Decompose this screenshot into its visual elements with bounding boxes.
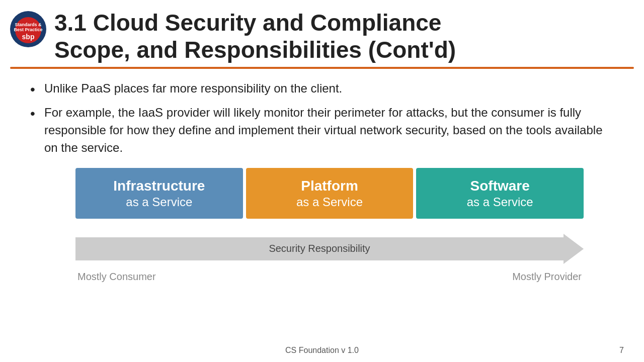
saas-main-label: Software [426, 177, 574, 195]
paas-sub-label: as a Service [256, 195, 404, 210]
diagram-area: Infrastructure as a Service Platform as … [75, 168, 584, 283]
saas-box: Software as a Service [416, 168, 584, 219]
iaas-box: Infrastructure as a Service [75, 168, 243, 219]
arrow-shape: Security Responsibility [75, 234, 584, 264]
bullet-list: Unlike PaaS places far more responsibili… [30, 80, 614, 157]
arrow-head [564, 234, 584, 264]
arrow-label: Security Responsibility [269, 243, 370, 254]
header: Standards & Best Practice sbp 3.1 Cloud … [0, 0, 644, 64]
saas-sub-label: as a Service [426, 195, 574, 210]
slide: Standards & Best Practice sbp 3.1 Cloud … [0, 0, 644, 362]
svg-text:sbp: sbp [22, 33, 35, 41]
content-area: Unlike PaaS places far more responsibili… [0, 69, 644, 283]
arrow-body: Security Responsibility [75, 237, 564, 260]
service-boxes: Infrastructure as a Service Platform as … [75, 168, 584, 219]
paas-main-label: Platform [256, 177, 404, 195]
svg-text:Best Practice: Best Practice [14, 27, 42, 32]
footer-page-number: 7 [619, 346, 624, 355]
iaas-main-label: Infrastructure [86, 177, 233, 195]
paas-box: Platform as a Service [246, 168, 414, 219]
bullet-item-1: Unlike PaaS places far more responsibili… [30, 80, 614, 98]
mostly-provider-label: Mostly Provider [512, 271, 582, 283]
sbp-logo: Standards & Best Practice sbp [10, 11, 46, 47]
mostly-consumer-label: Mostly Consumer [77, 271, 156, 283]
slide-title: 3.1 Cloud Security and Compliance Scope,… [54, 9, 629, 64]
security-responsibility-arrow: Security Responsibility [75, 234, 584, 264]
footer-center-text: CS Foundation v 1.0 [20, 346, 624, 355]
footer: CS Foundation v 1.0 7 [0, 346, 644, 355]
svg-text:Standards &: Standards & [15, 22, 42, 27]
bullet-item-2: For example, the IaaS provider will like… [30, 104, 614, 156]
iaas-sub-label: as a Service [86, 195, 233, 210]
bottom-labels: Mostly Consumer Mostly Provider [75, 271, 584, 283]
